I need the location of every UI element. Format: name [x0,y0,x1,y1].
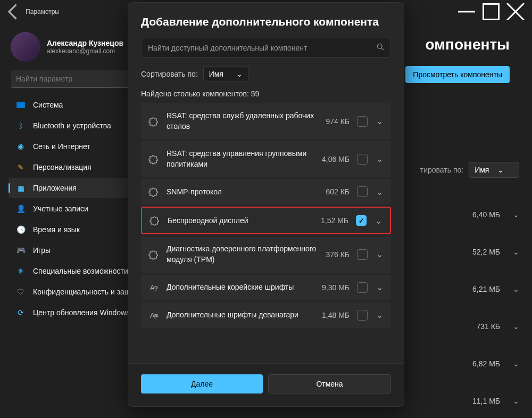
nav-label: Учетные записи [33,204,88,213]
add-component-dialog: Добавление дополнительного компонента На… [128,2,404,407]
search-icon [377,43,384,52]
component-size: 4,06 МБ [322,155,350,163]
dialog-footer: Далее Отмена [128,363,404,406]
bg-size: 6,40 МБ [472,210,500,219]
nav-label: Bluetooth и устройства [33,121,111,130]
nav-label: Конфиденциальность и защита [33,288,142,296]
chevron-down-icon[interactable]: ⌄ [375,282,384,292]
component-checkbox[interactable] [357,310,368,321]
bg-size: 6,21 МБ [472,285,500,293]
component-checkbox[interactable]: ✓ [356,215,367,226]
nav-label: Центр обновления Windows [33,308,130,317]
svg-text:字: 字 [154,286,159,291]
refresh-icon: ⟳ [16,308,26,317]
apps-icon: ▦ [16,183,26,193]
nav-label: Специальные возможности [33,267,128,275]
bg-item[interactable]: 731 КБ⌄ [476,322,519,331]
font-icon: A字 [148,310,159,321]
bg-item[interactable]: 52,2 МБ⌄ [472,248,519,256]
puzzle-icon [148,154,159,165]
sort-row: Сортировать по: Имя⌄ [141,66,391,82]
minimize-button[interactable] [454,3,479,20]
svg-rect-1 [483,4,498,19]
chevron-down-icon: ⌄ [513,248,519,256]
bg-sort-label: тировать по: [420,166,463,174]
dialog-title: Добавление дополнительного компонента [141,15,391,28]
bg-item[interactable]: 11,1 МБ⌄ [472,397,519,405]
bg-size: 731 КБ [476,322,500,331]
nav-label: Система [33,101,63,109]
component-checkbox[interactable] [357,249,368,260]
gamepad-icon: 🎮 [16,245,26,255]
user-icon: 👤 [16,204,26,214]
bg-size: 52,2 МБ [472,248,500,256]
chevron-down-icon: ⌄ [513,359,519,368]
component-size: 9,30 МБ [322,283,350,292]
component-checkbox[interactable] [357,282,368,293]
sort-value: Имя [209,70,223,78]
view-components-button[interactable]: Просмотреть компоненты [405,66,510,83]
close-button[interactable] [503,3,528,20]
component-list: RSAT: средства служб удаленных рабочих с… [141,103,391,363]
component-checkbox[interactable] [357,186,368,197]
bg-item[interactable]: 6,82 МБ⌄ [472,359,519,368]
sort-select[interactable]: Имя⌄ [203,66,248,82]
chevron-down-icon[interactable]: ⌄ [375,187,384,197]
bg-sort-select[interactable]: Имя ⌄ [469,162,519,178]
svg-text:字: 字 [154,314,159,319]
svg-point-2 [377,44,382,48]
component-name: RSAT: средства служб удаленных рабочих с… [167,111,318,132]
component-item[interactable]: Диагностика доверенного платформенного м… [141,236,391,272]
svg-rect-0 [458,11,475,13]
chevron-down-icon: ⌄ [513,210,519,219]
component-item[interactable]: RSAT: средства служб удаленных рабочих с… [141,103,391,139]
chevron-down-icon: ⌄ [513,397,519,405]
cancel-button[interactable]: Отмена [268,374,391,394]
puzzle-icon [148,116,159,127]
chevron-down-icon[interactable]: ⌄ [375,249,384,259]
component-name: Беспроводной дисплей [168,216,313,226]
system-icon [16,100,26,110]
component-item[interactable]: Беспроводной дисплей1,52 МБ✓⌄ [141,207,391,234]
svg-line-3 [381,48,384,50]
shield-icon: 🛡 [16,287,26,297]
bg-sort-row: тировать по: Имя ⌄ [420,162,519,178]
component-checkbox[interactable] [357,116,368,127]
component-size: 1,48 МБ [322,311,350,319]
component-name: SNMP-протокол [167,187,318,198]
component-checkbox[interactable] [357,154,368,165]
chevron-down-icon[interactable]: ⌄ [374,216,383,226]
nav-label: Персонализация [33,163,92,171]
nav-label: Приложения [33,184,77,192]
component-item[interactable]: SNMP-протокол602 КБ⌄ [141,179,391,204]
nav-label: Время и язык [33,225,80,234]
chevron-down-icon: ⌄ [236,70,243,78]
avatar [11,32,40,62]
window-controls [454,3,528,20]
maximize-button[interactable] [479,3,503,20]
component-item[interactable]: A字Дополнительные корейские шрифты9,30 МБ… [141,275,391,300]
component-size: 974 КБ [326,117,350,126]
bg-item[interactable]: 6,21 МБ⌄ [472,285,519,293]
chevron-down-icon[interactable]: ⌄ [375,154,384,164]
bg-sort-value: Имя [475,166,489,174]
puzzle-icon [148,186,159,197]
window-title: Параметры [26,8,60,15]
bg-item[interactable]: 6,40 МБ⌄ [472,210,519,219]
bg-size: 6,82 МБ [472,359,500,368]
accessibility-icon: ✳ [16,266,26,276]
component-name: Дополнительные шрифты деванагари [167,310,314,321]
search-placeholder: Найти доступный дополнительный компонент [148,44,377,52]
puzzle-icon [148,249,159,260]
back-button[interactable] [4,2,23,21]
component-size: 602 КБ [326,187,350,196]
chevron-down-icon[interactable]: ⌄ [375,116,384,126]
font-icon: A字 [148,282,159,293]
chevron-down-icon[interactable]: ⌄ [375,310,384,320]
dialog-search-input[interactable]: Найти доступный дополнительный компонент [141,38,391,58]
puzzle-icon [149,215,160,226]
profile-email: alexkeuano@gmail.com [47,47,123,55]
component-item[interactable]: RSAT: средства управления групповыми пол… [141,141,391,177]
component-item[interactable]: A字Дополнительные шрифты деванагари1,48 М… [141,302,391,328]
next-button[interactable]: Далее [141,374,263,394]
